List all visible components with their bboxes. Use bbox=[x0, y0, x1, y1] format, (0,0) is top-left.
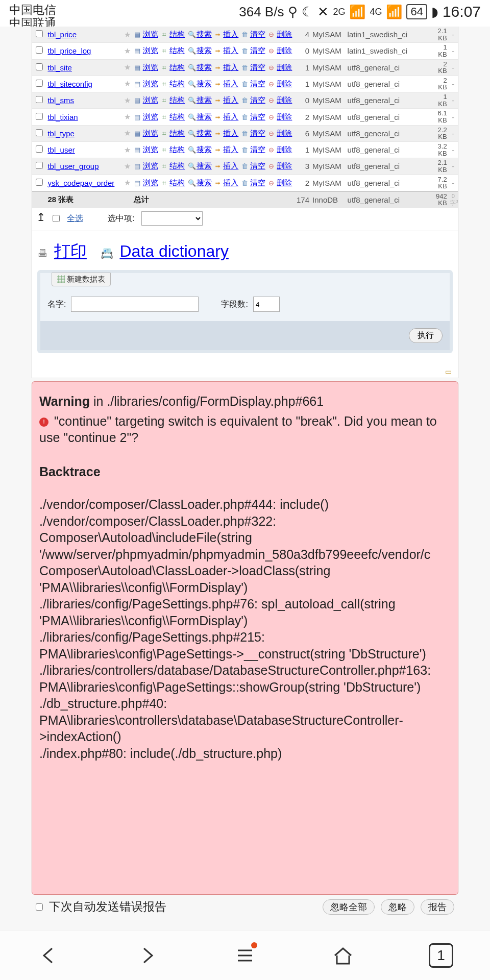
check-all-link[interactable]: 全选 bbox=[67, 213, 83, 224]
favorite-star[interactable]: ★ bbox=[122, 43, 133, 59]
structure-link[interactable]: 结构 bbox=[169, 63, 185, 71]
row-checkbox[interactable] bbox=[36, 46, 43, 54]
browse-link[interactable]: 浏览 bbox=[143, 145, 158, 154]
insert-link[interactable]: 插入 bbox=[223, 161, 238, 170]
favorite-star[interactable]: ★ bbox=[122, 27, 133, 43]
search-link[interactable]: 搜索 bbox=[197, 129, 212, 137]
table-name-link[interactable]: tbl_siteconfig bbox=[47, 80, 92, 88]
row-checkbox[interactable] bbox=[36, 179, 43, 186]
table-name-link[interactable]: tbl_tixian bbox=[47, 113, 78, 121]
drop-link[interactable]: 删除 bbox=[277, 145, 292, 154]
row-checkbox[interactable] bbox=[36, 113, 43, 120]
favorite-star[interactable]: ★ bbox=[122, 175, 133, 191]
structure-link[interactable]: 结构 bbox=[169, 145, 185, 154]
search-link[interactable]: 搜索 bbox=[197, 30, 212, 38]
drop-link[interactable]: 删除 bbox=[277, 46, 292, 55]
ignore-all-button[interactable]: 忽略全部 bbox=[323, 899, 375, 915]
search-link[interactable]: 搜索 bbox=[197, 63, 212, 71]
structure-link[interactable]: 结构 bbox=[169, 129, 185, 137]
insert-link[interactable]: 插入 bbox=[223, 129, 238, 137]
tabs-button[interactable]: 1 bbox=[427, 941, 455, 970]
drop-link[interactable]: 删除 bbox=[277, 95, 292, 104]
table-name-link[interactable]: tbl_user bbox=[47, 145, 75, 154]
empty-link[interactable]: 清空 bbox=[250, 30, 265, 38]
forward-button[interactable] bbox=[133, 941, 161, 970]
menu-button[interactable] bbox=[231, 941, 259, 970]
empty-link[interactable]: 清空 bbox=[250, 63, 265, 71]
search-link[interactable]: 搜索 bbox=[197, 95, 212, 104]
insert-link[interactable]: 插入 bbox=[223, 79, 238, 88]
search-link[interactable]: 搜索 bbox=[197, 79, 212, 88]
insert-link[interactable]: 插入 bbox=[223, 145, 238, 154]
ignore-button[interactable]: 忽略 bbox=[381, 899, 414, 915]
favorite-star[interactable]: ★ bbox=[122, 158, 133, 175]
empty-link[interactable]: 清空 bbox=[250, 161, 265, 170]
table-name-link[interactable]: tbl_sms bbox=[47, 96, 74, 105]
browse-link[interactable]: 浏览 bbox=[143, 63, 158, 71]
browse-link[interactable]: 浏览 bbox=[143, 30, 158, 38]
back-button[interactable] bbox=[35, 941, 63, 970]
drop-link[interactable]: 删除 bbox=[277, 79, 292, 88]
data-dictionary-link[interactable]: Data dictionary bbox=[119, 242, 228, 260]
empty-link[interactable]: 清空 bbox=[250, 46, 265, 55]
check-all-box[interactable] bbox=[53, 215, 60, 222]
search-link[interactable]: 搜索 bbox=[197, 112, 212, 121]
insert-link[interactable]: 插入 bbox=[223, 30, 238, 38]
browse-link[interactable]: 浏览 bbox=[143, 79, 158, 88]
drop-link[interactable]: 删除 bbox=[277, 178, 292, 187]
row-checkbox[interactable] bbox=[36, 80, 43, 87]
drop-link[interactable]: 删除 bbox=[277, 63, 292, 71]
favorite-star[interactable]: ★ bbox=[122, 109, 133, 125]
browse-link[interactable]: 浏览 bbox=[143, 46, 158, 55]
columns-count-input[interactable] bbox=[253, 297, 280, 312]
favorite-star[interactable]: ★ bbox=[122, 125, 133, 141]
structure-link[interactable]: 结构 bbox=[169, 79, 185, 88]
row-checkbox[interactable] bbox=[36, 129, 43, 136]
home-button[interactable] bbox=[329, 941, 357, 970]
browse-link[interactable]: 浏览 bbox=[143, 95, 158, 104]
drop-link[interactable]: 删除 bbox=[277, 30, 292, 38]
row-checkbox[interactable] bbox=[36, 162, 43, 169]
browse-link[interactable]: 浏览 bbox=[143, 178, 158, 187]
structure-link[interactable]: 结构 bbox=[169, 112, 185, 121]
browse-link[interactable]: 浏览 bbox=[143, 112, 158, 121]
structure-link[interactable]: 结构 bbox=[169, 95, 185, 104]
favorite-star[interactable]: ★ bbox=[122, 76, 133, 92]
drop-link[interactable]: 删除 bbox=[277, 129, 292, 137]
table-name-link[interactable]: tbl_price_log bbox=[47, 46, 91, 55]
insert-link[interactable]: 插入 bbox=[223, 178, 238, 187]
search-link[interactable]: 搜索 bbox=[197, 178, 212, 187]
favorite-star[interactable]: ★ bbox=[122, 141, 133, 158]
structure-link[interactable]: 结构 bbox=[169, 178, 185, 187]
empty-link[interactable]: 清空 bbox=[250, 178, 265, 187]
report-button[interactable]: 报告 bbox=[421, 899, 454, 915]
table-name-link[interactable]: tbl_type bbox=[47, 129, 75, 138]
table-name-link[interactable]: tbl_price bbox=[47, 30, 77, 39]
insert-link[interactable]: 插入 bbox=[223, 112, 238, 121]
favorite-star[interactable]: ★ bbox=[122, 59, 133, 76]
insert-link[interactable]: 插入 bbox=[223, 95, 238, 104]
row-checkbox[interactable] bbox=[36, 145, 43, 153]
browse-link[interactable]: 浏览 bbox=[143, 129, 158, 137]
row-checkbox[interactable] bbox=[36, 96, 43, 103]
insert-link[interactable]: 插入 bbox=[223, 46, 238, 55]
structure-link[interactable]: 结构 bbox=[169, 30, 185, 38]
print-link[interactable]: 打印 bbox=[54, 242, 87, 260]
table-name-link[interactable]: tbl_site bbox=[47, 63, 72, 72]
empty-link[interactable]: 清空 bbox=[250, 129, 265, 137]
table-name-link[interactable]: ysk_codepay_order bbox=[47, 179, 114, 187]
insert-link[interactable]: 插入 bbox=[223, 63, 238, 71]
search-link[interactable]: 搜索 bbox=[197, 161, 212, 170]
empty-link[interactable]: 清空 bbox=[250, 112, 265, 121]
options-marker[interactable]: ▭ bbox=[32, 365, 458, 378]
row-checkbox[interactable] bbox=[36, 30, 43, 37]
search-link[interactable]: 搜索 bbox=[197, 46, 212, 55]
structure-link[interactable]: 结构 bbox=[169, 46, 185, 55]
table-name-link[interactable]: tbl_user_group bbox=[47, 162, 99, 170]
structure-link[interactable]: 结构 bbox=[169, 161, 185, 170]
drop-link[interactable]: 删除 bbox=[277, 112, 292, 121]
search-link[interactable]: 搜索 bbox=[197, 145, 212, 154]
browse-link[interactable]: 浏览 bbox=[143, 161, 158, 170]
table-name-input[interactable] bbox=[71, 297, 199, 312]
empty-link[interactable]: 清空 bbox=[250, 79, 265, 88]
